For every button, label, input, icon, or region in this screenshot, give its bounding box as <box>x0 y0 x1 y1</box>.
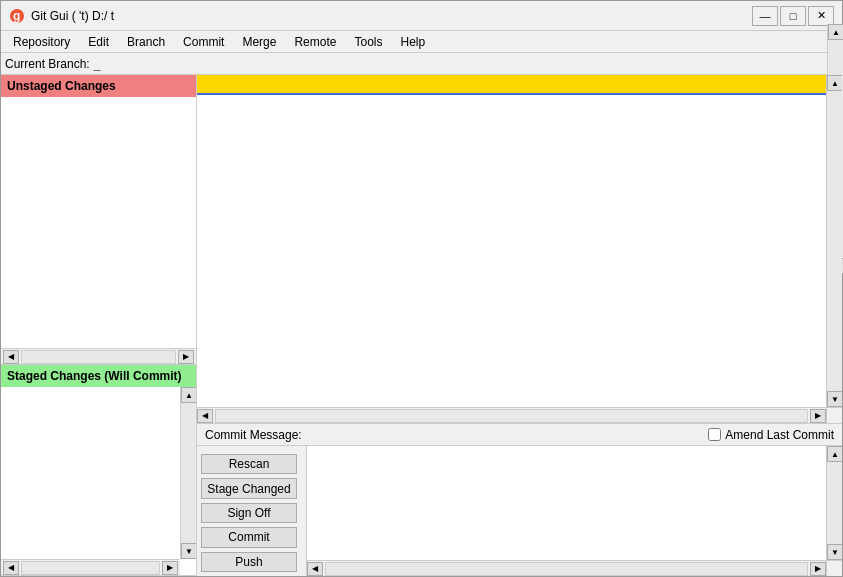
staged-scroll-left-arrow[interactable]: ◀ <box>3 561 19 575</box>
unstaged-list[interactable] <box>1 97 196 348</box>
unstaged-section: Unstaged Changes ◀ ▶ ▲ ▼ <box>1 75 196 365</box>
staged-scroll-htrack[interactable] <box>21 561 160 575</box>
diff-scroll-down-arrow[interactable]: ▼ <box>827 391 842 407</box>
commit-button[interactable]: Commit <box>201 527 297 547</box>
svg-text:g: g <box>13 9 20 23</box>
main-content: Unstaged Changes ◀ ▶ ▲ ▼ <box>1 75 842 576</box>
commit-section: Commit Message: Amend Last Commit Rescan… <box>197 423 842 576</box>
diff-hscroll: ◀ ▶ <box>197 407 826 423</box>
amend-checkbox[interactable] <box>708 428 721 441</box>
close-button[interactable]: ✕ <box>808 6 834 26</box>
push-button[interactable]: Push <box>201 552 297 572</box>
staged-header[interactable]: Staged Changes (Will Commit) <box>1 365 196 387</box>
staged-section: Staged Changes (Will Commit) ▲ ▼ ◀ ▶ <box>1 365 196 576</box>
commit-scroll-up-arrow[interactable]: ▲ <box>827 446 842 462</box>
unstaged-scroll-htrack[interactable] <box>21 350 176 364</box>
diff-vtrack[interactable] <box>827 91 842 391</box>
menu-help[interactable]: Help <box>392 33 433 51</box>
stage-changed-button[interactable]: Stage Changed <box>201 478 297 498</box>
maximize-button[interactable]: □ <box>780 6 806 26</box>
commit-hscroll: ◀ ▶ <box>307 560 826 576</box>
commit-message-label: Commit Message: <box>205 428 302 442</box>
right-panel: ▲ ▼ ◀ ▶ Commit Message: <box>197 75 842 576</box>
minimize-button[interactable]: — <box>752 6 778 26</box>
menu-branch[interactable]: Branch <box>119 33 173 51</box>
staged-scroll-up-arrow[interactable]: ▲ <box>181 387 196 403</box>
diff-area[interactable] <box>197 75 826 407</box>
commit-msg-header: Commit Message: Amend Last Commit <box>197 424 842 446</box>
menu-commit[interactable]: Commit <box>175 33 232 51</box>
commit-scroll-down-arrow[interactable]: ▼ <box>827 544 842 560</box>
commit-vtrack[interactable] <box>827 462 842 544</box>
branch-label: Current Branch: <box>5 57 90 71</box>
commit-scroll-left-arrow[interactable]: ◀ <box>307 562 323 576</box>
diff-vscroll: ▲ ▼ <box>826 75 842 407</box>
staged-scroll-right-arrow[interactable]: ▶ <box>162 561 178 575</box>
staged-hscroll: ◀ ▶ <box>1 559 180 575</box>
amend-checkbox-area: Amend Last Commit <box>708 428 834 442</box>
commit-scroll-corner <box>826 560 842 576</box>
diff-scroll-up-arrow[interactable]: ▲ <box>827 75 842 91</box>
menu-edit[interactable]: Edit <box>80 33 117 51</box>
unstaged-hscroll: ◀ ▶ <box>1 348 196 364</box>
diff-scroll-left-arrow[interactable]: ◀ <box>197 409 213 423</box>
scroll-corner <box>826 407 842 423</box>
diff-scroll-right-arrow[interactable]: ▶ <box>810 409 826 423</box>
diff-highlight-bar <box>197 75 826 95</box>
menu-merge[interactable]: Merge <box>234 33 284 51</box>
title-bar-left: g Git Gui ( 't) D:/ t <box>9 8 114 24</box>
commit-htrack[interactable] <box>325 562 808 576</box>
branch-bar: Current Branch: _ <box>1 53 842 75</box>
staged-scroll-down-arrow[interactable]: ▼ <box>181 543 196 559</box>
unstaged-scroll-right-arrow[interactable]: ▶ <box>178 350 194 364</box>
staged-list[interactable] <box>1 387 180 559</box>
menu-repository[interactable]: Repository <box>5 33 78 51</box>
commit-vscroll: ▲ ▼ <box>826 446 842 560</box>
commit-textarea-wrapper: ▲ ▼ ◀ ▶ <box>307 446 842 576</box>
title-bar: g Git Gui ( 't) D:/ t — □ ✕ <box>1 1 842 31</box>
window-title: Git Gui ( 't) D:/ t <box>31 9 114 23</box>
diff-area-wrapper: ▲ ▼ ◀ ▶ <box>197 75 842 423</box>
left-panel: Unstaged Changes ◀ ▶ ▲ ▼ <box>1 75 197 576</box>
branch-value: _ <box>94 57 101 71</box>
commit-scroll-right-arrow[interactable]: ▶ <box>810 562 826 576</box>
staged-vtrack[interactable] <box>181 403 196 543</box>
unstaged-scroll-left-arrow[interactable]: ◀ <box>3 350 19 364</box>
amend-label: Amend Last Commit <box>725 428 834 442</box>
main-window: g Git Gui ( 't) D:/ t — □ ✕ Repository E… <box>0 0 843 577</box>
commit-message-input[interactable] <box>307 446 826 560</box>
menu-tools[interactable]: Tools <box>346 33 390 51</box>
sign-off-button[interactable]: Sign Off <box>201 503 297 523</box>
menu-remote[interactable]: Remote <box>286 33 344 51</box>
commit-buttons-panel: Rescan Stage Changed Sign Off Commit Pus… <box>197 446 307 576</box>
commit-msg-body: Rescan Stage Changed Sign Off Commit Pus… <box>197 446 842 576</box>
title-bar-controls: — □ ✕ <box>752 6 834 26</box>
rescan-button[interactable]: Rescan <box>201 454 297 474</box>
menu-bar: Repository Edit Branch Commit Merge Remo… <box>1 31 842 53</box>
diff-htrack[interactable] <box>215 409 808 423</box>
git-icon: g <box>9 8 25 24</box>
unstaged-header[interactable]: Unstaged Changes <box>1 75 196 97</box>
